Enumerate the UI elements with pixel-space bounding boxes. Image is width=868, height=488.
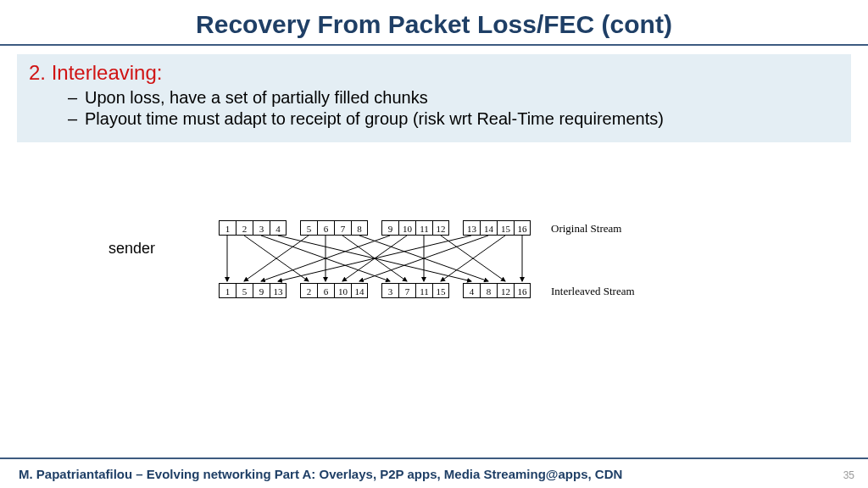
svg-line-1: [244, 236, 309, 281]
cell: 1: [219, 283, 236, 298]
list-item: – Upon loss, have a set of partially fil…: [68, 88, 839, 108]
cell: 15: [432, 283, 449, 298]
svg-line-2: [261, 236, 390, 281]
cell: 5: [300, 220, 317, 236]
divider-bottom: [0, 458, 868, 459]
cell: 7: [334, 220, 351, 236]
cell: 15: [497, 220, 514, 236]
content-box: 2. Interleaving: – Upon loss, have a set…: [17, 54, 851, 142]
cell: 2: [300, 283, 317, 298]
cell: 6: [317, 283, 334, 298]
svg-line-9: [342, 236, 407, 281]
cell: 10: [398, 220, 415, 236]
bullet-text: Upon loss, have a set of partially fille…: [85, 88, 428, 108]
cell: 3: [253, 220, 270, 236]
cell: 9: [381, 220, 398, 236]
cell: 8: [480, 283, 497, 298]
dash-icon: –: [68, 109, 85, 129]
svg-line-4: [244, 236, 309, 281]
cell: 1: [219, 220, 236, 236]
cell: 7: [398, 283, 415, 298]
cell: 11: [415, 220, 432, 236]
cell: 6: [317, 220, 334, 236]
cell: 16: [514, 220, 531, 236]
cell: 13: [463, 220, 480, 236]
svg-line-13: [359, 236, 488, 281]
svg-line-3: [278, 236, 471, 281]
bullet-text: Playout time must adapt to receipt of gr…: [85, 109, 664, 129]
section-heading: 2. Interleaving:: [29, 61, 839, 85]
cell: 11: [415, 283, 432, 298]
svg-line-8: [261, 236, 390, 281]
cell: 13: [270, 283, 287, 298]
svg-line-11: [441, 236, 505, 281]
cell: 10: [334, 283, 351, 298]
footer-text: M. Papatriantafilou – Evolving networkin…: [19, 467, 622, 481]
cell: 12: [432, 220, 449, 236]
cell: 4: [463, 283, 480, 298]
cell: 14: [480, 220, 497, 236]
dash-icon: –: [68, 88, 85, 108]
cell: 12: [497, 283, 514, 298]
bullet-list: – Upon loss, have a set of partially fil…: [68, 88, 839, 129]
cell: 14: [351, 283, 368, 298]
slide-title: Recovery From Packet Loss/FEC (cont): [0, 0, 868, 39]
cell: 8: [351, 220, 368, 236]
interleaving-diagram: 1 2 3 4 5 6 7 8 9 10 11 12 13 14 15 16 O…: [219, 220, 651, 305]
cell: 9: [253, 283, 270, 298]
cell: 5: [236, 283, 253, 298]
svg-line-6: [342, 236, 407, 281]
original-stream-row: 1 2 3 4 5 6 7 8 9 10 11 12 13 14 15 16: [219, 220, 531, 236]
original-stream-label: Original Stream: [551, 222, 621, 236]
interleaved-stream-row: 1 5 9 13 2 6 10 14 3 7 11 15 4 8 12 16: [219, 283, 531, 298]
cell: 2: [236, 220, 253, 236]
cell: 3: [381, 283, 398, 298]
interleaved-stream-label: Interleaved Stream: [551, 285, 635, 298]
svg-line-12: [278, 236, 471, 281]
sender-label: sender: [108, 240, 155, 258]
svg-line-14: [441, 236, 505, 281]
svg-line-7: [359, 236, 488, 281]
list-item: – Playout time must adapt to receipt of …: [68, 109, 839, 129]
cell: 16: [514, 283, 531, 298]
cell: 4: [270, 220, 287, 236]
divider-top: [0, 44, 868, 46]
page-number: 35: [843, 469, 854, 481]
